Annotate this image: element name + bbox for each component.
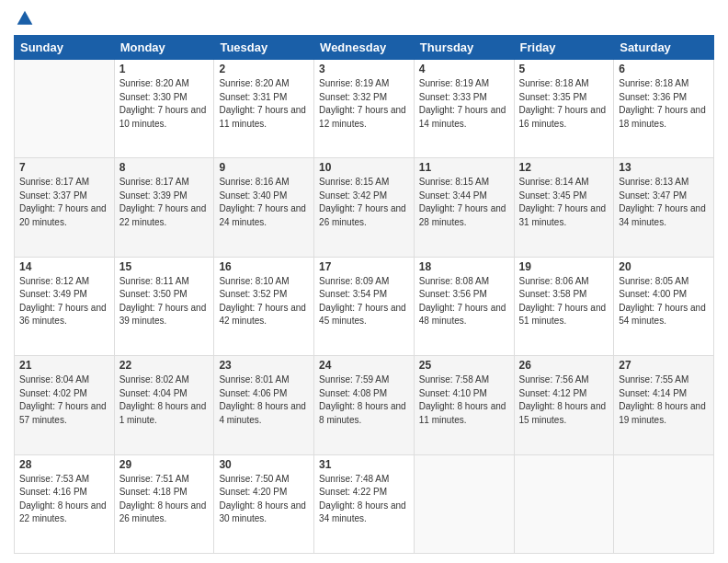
sunrise-text: Sunrise: 8:19 AM (319, 78, 389, 88)
daylight-text: Daylight: 7 hours and 20 minutes. (19, 203, 107, 227)
daylight-text: Daylight: 7 hours and 11 minutes. (219, 105, 306, 129)
sunrise-text: Sunrise: 7:48 AM (319, 474, 389, 484)
sunrise-text: Sunrise: 8:20 AM (119, 78, 189, 88)
daylight-text: Daylight: 7 hours and 26 minutes. (319, 203, 406, 227)
table-row (614, 454, 714, 553)
sunset-text: Sunset: 4:18 PM (119, 487, 188, 497)
daylight-text: Daylight: 8 hours and 15 minutes. (519, 401, 607, 425)
day-info: Sunrise: 8:05 AM Sunset: 4:00 PM Dayligh… (619, 275, 709, 328)
sunrise-text: Sunrise: 8:17 AM (19, 177, 89, 187)
col-thursday: Thursday (414, 36, 514, 60)
daylight-text: Daylight: 7 hours and 48 minutes. (419, 303, 506, 327)
day-info: Sunrise: 8:17 AM Sunset: 3:37 PM Dayligh… (19, 176, 109, 229)
table-row (414, 454, 514, 553)
table-row: 30 Sunrise: 7:50 AM Sunset: 4:20 PM Dayl… (214, 454, 314, 553)
sunrise-text: Sunrise: 8:17 AM (119, 177, 189, 187)
sunrise-text: Sunrise: 7:51 AM (119, 474, 189, 484)
calendar-week-row: 14 Sunrise: 8:12 AM Sunset: 3:49 PM Dayl… (15, 257, 714, 355)
sunset-text: Sunset: 4:12 PM (519, 388, 587, 398)
sunrise-text: Sunrise: 8:08 AM (419, 276, 489, 286)
sunset-text: Sunset: 3:40 PM (219, 190, 287, 201)
day-info: Sunrise: 8:10 AM Sunset: 3:52 PM Dayligh… (219, 275, 309, 328)
day-number: 11 (419, 161, 509, 174)
sunset-text: Sunset: 4:10 PM (419, 388, 487, 398)
sunrise-text: Sunrise: 8:13 AM (619, 177, 688, 187)
sunset-text: Sunset: 4:14 PM (619, 388, 687, 398)
day-info: Sunrise: 8:18 AM Sunset: 3:35 PM Dayligh… (519, 77, 609, 131)
table-row: 24 Sunrise: 7:59 AM Sunset: 4:08 PM Dayl… (314, 356, 415, 454)
sunset-text: Sunset: 4:02 PM (19, 388, 87, 398)
daylight-text: Daylight: 7 hours and 57 minutes. (19, 401, 107, 425)
sunrise-text: Sunrise: 8:18 AM (519, 78, 589, 88)
sunrise-text: Sunrise: 8:14 AM (519, 177, 589, 187)
day-info: Sunrise: 7:48 AM Sunset: 4:22 PM Dayligh… (319, 473, 409, 526)
sunset-text: Sunset: 3:56 PM (419, 289, 487, 299)
sunset-text: Sunset: 4:16 PM (19, 487, 87, 497)
calendar-page: Sunday Monday Tuesday Wednesday Thursday… (0, 0, 728, 563)
table-row: 7 Sunrise: 8:17 AM Sunset: 3:37 PM Dayli… (15, 158, 115, 257)
table-row: 23 Sunrise: 8:01 AM Sunset: 4:06 PM Dayl… (214, 356, 314, 454)
table-row (514, 454, 614, 553)
daylight-text: Daylight: 7 hours and 36 minutes. (19, 303, 107, 327)
day-number: 31 (319, 458, 409, 471)
daylight-text: Daylight: 7 hours and 10 minutes. (119, 105, 207, 129)
sunrise-text: Sunrise: 8:12 AM (19, 276, 89, 286)
table-row: 18 Sunrise: 8:08 AM Sunset: 3:56 PM Dayl… (414, 257, 514, 355)
table-row: 4 Sunrise: 8:19 AM Sunset: 3:33 PM Dayli… (414, 60, 514, 158)
sunrise-text: Sunrise: 8:05 AM (619, 276, 688, 286)
day-number: 3 (319, 63, 409, 75)
sunrise-text: Sunrise: 7:53 AM (19, 474, 89, 484)
col-friday: Friday (514, 36, 614, 60)
day-info: Sunrise: 8:11 AM Sunset: 3:50 PM Dayligh… (119, 275, 210, 328)
day-number: 17 (319, 260, 409, 273)
day-number: 13 (619, 161, 709, 174)
daylight-text: Daylight: 7 hours and 31 minutes. (519, 203, 607, 227)
table-row: 19 Sunrise: 8:06 AM Sunset: 3:58 PM Dayl… (514, 257, 614, 355)
sunset-text: Sunset: 3:36 PM (619, 92, 687, 102)
day-info: Sunrise: 8:14 AM Sunset: 3:45 PM Dayligh… (519, 176, 609, 229)
sunset-text: Sunset: 3:45 PM (519, 190, 587, 201)
day-number: 30 (219, 458, 309, 471)
table-row: 12 Sunrise: 8:14 AM Sunset: 3:45 PM Dayl… (514, 158, 614, 257)
sunrise-text: Sunrise: 8:09 AM (319, 276, 389, 286)
day-number: 18 (419, 260, 509, 273)
day-number: 25 (419, 359, 509, 372)
day-number: 16 (219, 260, 309, 273)
sunset-text: Sunset: 3:54 PM (319, 289, 387, 299)
calendar-week-row: 21 Sunrise: 8:04 AM Sunset: 4:02 PM Dayl… (15, 356, 714, 454)
col-monday: Monday (114, 36, 214, 60)
day-number: 28 (19, 458, 109, 471)
table-row: 15 Sunrise: 8:11 AM Sunset: 3:50 PM Dayl… (114, 257, 214, 355)
calendar-table: Sunday Monday Tuesday Wednesday Thursday… (14, 35, 714, 554)
sunset-text: Sunset: 3:49 PM (19, 289, 87, 299)
day-number: 26 (519, 359, 609, 372)
day-number: 4 (419, 63, 509, 75)
day-info: Sunrise: 8:15 AM Sunset: 3:42 PM Dayligh… (319, 176, 409, 229)
sunset-text: Sunset: 3:42 PM (319, 190, 387, 201)
table-row: 31 Sunrise: 7:48 AM Sunset: 4:22 PM Dayl… (314, 454, 415, 553)
sunrise-text: Sunrise: 7:56 AM (519, 374, 589, 385)
day-info: Sunrise: 8:06 AM Sunset: 3:58 PM Dayligh… (519, 275, 609, 328)
day-number: 2 (219, 63, 309, 75)
table-row: 14 Sunrise: 8:12 AM Sunset: 3:49 PM Dayl… (15, 257, 115, 355)
table-row: 17 Sunrise: 8:09 AM Sunset: 3:54 PM Dayl… (314, 257, 415, 355)
day-number: 21 (19, 359, 109, 372)
table-row: 1 Sunrise: 8:20 AM Sunset: 3:30 PM Dayli… (114, 60, 214, 158)
sunrise-text: Sunrise: 8:11 AM (119, 276, 189, 286)
sunrise-text: Sunrise: 8:01 AM (219, 374, 289, 385)
daylight-text: Daylight: 7 hours and 51 minutes. (519, 303, 607, 327)
day-number: 1 (119, 63, 210, 75)
day-number: 15 (119, 260, 210, 273)
daylight-text: Daylight: 7 hours and 39 minutes. (119, 303, 207, 327)
sunset-text: Sunset: 3:39 PM (119, 190, 188, 201)
day-number: 10 (319, 161, 409, 174)
table-row: 20 Sunrise: 8:05 AM Sunset: 4:00 PM Dayl… (614, 257, 714, 355)
day-number: 9 (219, 161, 309, 174)
day-info: Sunrise: 7:56 AM Sunset: 4:12 PM Dayligh… (519, 373, 609, 427)
day-number: 20 (619, 260, 709, 273)
day-info: Sunrise: 8:15 AM Sunset: 3:44 PM Dayligh… (419, 176, 509, 229)
day-number: 24 (319, 359, 409, 372)
sunrise-text: Sunrise: 8:20 AM (219, 78, 289, 88)
daylight-text: Daylight: 7 hours and 22 minutes. (119, 203, 207, 227)
day-number: 19 (519, 260, 609, 273)
